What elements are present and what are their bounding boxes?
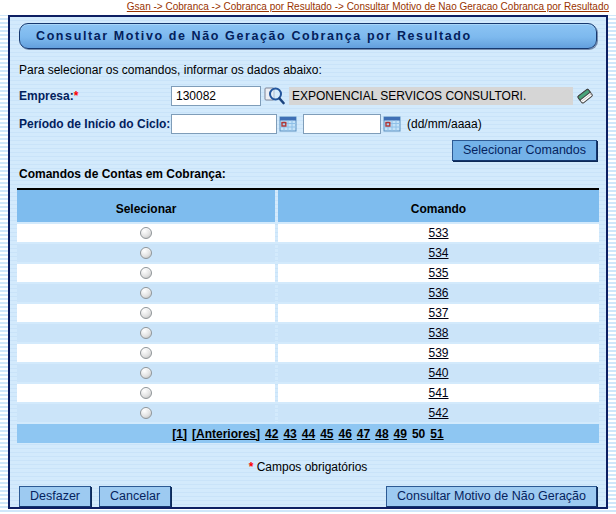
comando-link[interactable]: 535 [428, 266, 448, 280]
required-note-text: Campos obrigatórios [257, 460, 368, 474]
desfazer-button[interactable]: Desfazer [19, 486, 91, 507]
comando-link[interactable]: 539 [428, 346, 448, 360]
pagination-link[interactable]: 48 [375, 427, 388, 441]
pagination-link[interactable]: [1] [172, 427, 187, 441]
pagination-link[interactable]: 42 [265, 427, 278, 441]
cancelar-button[interactable]: Cancelar [99, 486, 171, 507]
pagination-link[interactable]: [Anteriores] [192, 427, 260, 441]
required-note: * Campos obrigatórios [19, 460, 597, 474]
page-title: Consultar Motivo de Não Geração Cobrança… [19, 23, 597, 49]
row-radio[interactable] [140, 307, 152, 319]
table-row: 535 [17, 264, 599, 282]
pagination-link[interactable]: 44 [302, 427, 315, 441]
pagination-link[interactable]: 51 [430, 427, 443, 441]
table-row: 540 [17, 364, 599, 382]
periodo-row: Período de Início do Ciclo: (dd/mm/aaaa) [19, 113, 597, 135]
periodo-fim-input[interactable] [303, 114, 381, 134]
pagination-link[interactable]: 47 [357, 427, 370, 441]
required-marker: * [74, 89, 79, 103]
comando-link[interactable]: 534 [428, 246, 448, 260]
search-icon[interactable] [263, 85, 285, 107]
row-radio[interactable] [140, 407, 152, 419]
table-section-label: Comandos de Contas em Cobrança: [19, 167, 597, 181]
pagination-link[interactable]: 46 [338, 427, 351, 441]
empresa-name-display: EXPONENCIAL SERVICOS CONSULTORI. [289, 87, 573, 105]
empresa-row: Empresa:* EXPONENCIAL SERVICOS CONSULTOR… [19, 85, 597, 107]
intro-text: Para selecionar os comandos, informar os… [19, 63, 597, 77]
row-radio[interactable] [140, 387, 152, 399]
main-panel: Consultar Motivo de Não Geração Cobrança… [8, 15, 608, 509]
table-row: 534 [17, 244, 599, 262]
table-row: 542 [17, 404, 599, 422]
pagination: [1][Anteriores]42434445464748495051 [17, 424, 599, 443]
row-radio[interactable] [140, 327, 152, 339]
table-header-row: Selecionar Comando [17, 190, 599, 222]
calendar-icon[interactable] [383, 115, 401, 133]
breadcrumb-links[interactable]: Gsan -> Cobranca -> Cobranca por Resulta… [127, 1, 609, 12]
table-row: 533 [17, 224, 599, 242]
table-row: 537 [17, 304, 599, 322]
header-comando: Comando [278, 190, 599, 222]
table-row: 538 [17, 324, 599, 342]
empresa-input[interactable] [171, 86, 261, 106]
row-radio[interactable] [140, 347, 152, 359]
table-body: 533 534 535 536 537 538 539 540 541 542 [17, 224, 599, 422]
table-row: 541 [17, 384, 599, 402]
calendar-icon[interactable] [279, 115, 297, 133]
pagination-link[interactable]: 43 [283, 427, 296, 441]
selecionar-comandos-button[interactable]: Selecionar Comandos [452, 140, 597, 161]
row-radio[interactable] [140, 247, 152, 259]
comando-link[interactable]: 538 [428, 326, 448, 340]
header-selecionar: Selecionar [17, 190, 275, 222]
date-format-hint: (dd/mm/aaaa) [407, 117, 482, 131]
breadcrumb[interactable]: Gsan -> Cobranca -> Cobranca por Resulta… [0, 0, 616, 15]
row-radio[interactable] [140, 267, 152, 279]
row-radio[interactable] [140, 227, 152, 239]
comando-link[interactable]: 536 [428, 286, 448, 300]
table-row: 536 [17, 284, 599, 302]
table-row: 539 [17, 344, 599, 362]
pagination-link[interactable]: 49 [394, 427, 407, 441]
comando-link[interactable]: 533 [428, 226, 448, 240]
comando-link[interactable]: 537 [428, 306, 448, 320]
row-radio[interactable] [140, 367, 152, 379]
footer-buttons: Desfazer Cancelar Consultar Motivo de Nã… [19, 486, 597, 507]
periodo-inicio-input[interactable] [171, 114, 277, 134]
consultar-motivo-button[interactable]: Consultar Motivo de Não Geração [386, 486, 597, 507]
comando-link[interactable]: 542 [428, 406, 448, 420]
row-radio[interactable] [140, 287, 152, 299]
comando-link[interactable]: 540 [428, 366, 448, 380]
comandos-table: Selecionar Comando 533 534 535 536 537 5… [17, 188, 599, 443]
empresa-label: Empresa:* [19, 89, 171, 103]
pagination-link[interactable]: 45 [320, 427, 333, 441]
comando-link[interactable]: 541 [428, 386, 448, 400]
pagination-current-page: 50 [412, 427, 425, 441]
required-note-marker: * [249, 460, 254, 474]
periodo-label: Período de Início do Ciclo: [19, 117, 171, 131]
eraser-icon[interactable] [575, 86, 595, 106]
